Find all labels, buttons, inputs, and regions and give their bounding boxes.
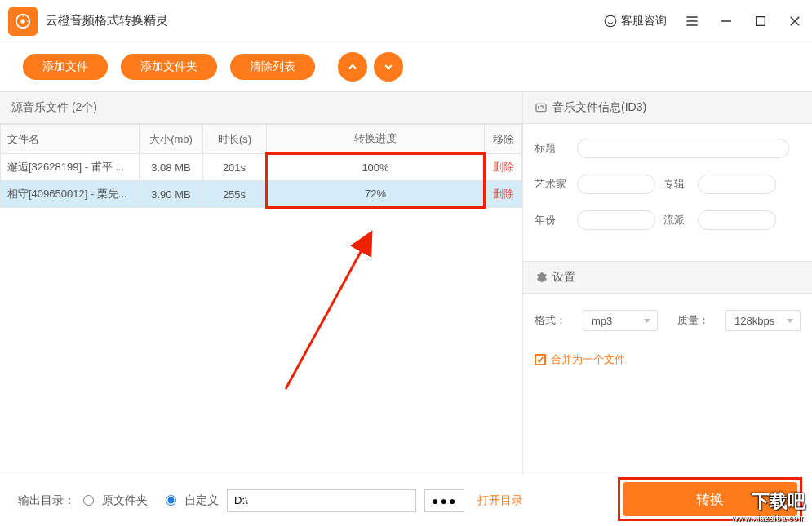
cell-duration: 255s [203, 181, 267, 208]
settings-section-header: 设置 [523, 261, 812, 294]
annotation-arrow [261, 226, 392, 397]
custom-folder-radio[interactable] [166, 495, 176, 506]
close-icon [788, 14, 802, 29]
browse-button[interactable]: ●●● [424, 489, 464, 512]
custom-folder-label[interactable]: 自定义 [184, 493, 219, 508]
chevron-up-icon [346, 60, 359, 73]
app-title: 云橙音频格式转换精灵 [46, 13, 603, 29]
delete-link[interactable]: 删除 [493, 161, 514, 173]
merge-checkbox[interactable]: 合并为一个文件 [535, 352, 801, 367]
table-row[interactable]: 邂逅[32628199] - 甫平 ... 3.08 MB 201s 100% … [1, 154, 522, 181]
title-field[interactable] [577, 139, 789, 158]
col-size: 大小(mb) [140, 125, 203, 154]
label-artist: 艺术家 [535, 177, 569, 192]
clear-list-button[interactable]: 清除列表 [230, 54, 315, 80]
maximize-icon [754, 15, 767, 28]
checkbox-icon [535, 354, 546, 365]
artist-field[interactable] [577, 175, 655, 194]
maximize-button[interactable] [752, 12, 770, 30]
hamburger-icon [684, 13, 700, 29]
quality-dropdown[interactable]: 128kbps [725, 310, 801, 331]
move-up-button[interactable] [338, 52, 367, 82]
chevron-down-icon [382, 60, 395, 73]
label-title: 标题 [535, 141, 569, 156]
id3-title: 音乐文件信息(ID3) [552, 100, 646, 115]
cell-progress: 72% [267, 181, 485, 208]
settings-title: 设置 [552, 270, 575, 285]
label-format: 格式： [535, 313, 566, 328]
cell-progress: 100% [267, 154, 485, 181]
col-filename: 文件名 [1, 125, 140, 154]
album-field[interactable] [698, 175, 776, 194]
source-files-header: 源音乐文件 (2个) [0, 91, 522, 124]
cell-size: 3.90 MB [140, 181, 203, 208]
col-progress: 转换进度 [267, 125, 485, 154]
svg-line-4 [286, 232, 371, 389]
label-year: 年份 [535, 213, 569, 228]
label-album: 专辑 [663, 177, 690, 192]
merge-label: 合并为一个文件 [551, 352, 625, 367]
genre-field[interactable] [698, 210, 776, 230]
svg-point-1 [20, 19, 25, 24]
label-genre: 流派 [663, 213, 690, 228]
year-field[interactable] [577, 210, 655, 230]
col-duration: 时长(s) [203, 125, 267, 154]
cell-duration: 201s [203, 154, 267, 181]
format-dropdown[interactable]: mp3 [583, 310, 658, 331]
menu-button[interactable] [683, 12, 701, 30]
move-down-button[interactable] [374, 52, 403, 82]
delete-link[interactable]: 删除 [493, 188, 514, 200]
cell-filename: 相守[409650012] - 栗先... [1, 181, 140, 208]
cell-size: 3.08 MB [140, 154, 203, 181]
table-row[interactable]: 相守[409650012] - 栗先... 3.90 MB 255s 72% 删… [1, 181, 522, 208]
source-folder-label[interactable]: 原文件夹 [102, 493, 148, 508]
customer-service-label: 客服咨询 [621, 14, 667, 29]
customer-service-button[interactable]: 客服咨询 [603, 14, 667, 29]
output-dir-label: 输出目录： [18, 493, 75, 508]
open-dir-link[interactable]: 打开目录 [477, 493, 523, 508]
label-quality: 质量： [677, 313, 709, 328]
file-table: 文件名 大小(mb) 时长(s) 转换进度 移除 邂逅[32628199] - … [0, 124, 522, 209]
id-icon [535, 101, 548, 114]
watermark: 下载吧 www.xiazaiba.com [732, 489, 805, 523]
add-file-button[interactable]: 添加文件 [23, 54, 108, 80]
cell-filename: 邂逅[32628199] - 甫平 ... [1, 154, 140, 181]
svg-point-2 [605, 15, 616, 27]
svg-rect-3 [757, 16, 765, 25]
close-button[interactable] [786, 12, 804, 30]
minimize-icon [719, 14, 734, 29]
minimize-button[interactable] [717, 12, 735, 30]
output-path-input[interactable] [227, 489, 416, 512]
app-logo [8, 7, 38, 36]
gear-icon [535, 271, 548, 284]
col-remove: 移除 [485, 125, 522, 154]
id3-section-header: 音乐文件信息(ID3) [523, 91, 812, 124]
source-folder-radio[interactable] [83, 495, 94, 506]
add-folder-button[interactable]: 添加文件夹 [121, 54, 217, 80]
smile-icon [603, 14, 618, 29]
